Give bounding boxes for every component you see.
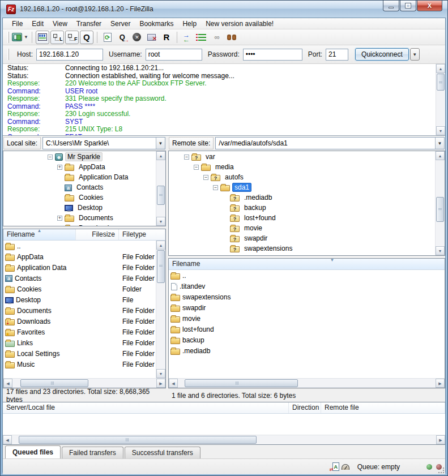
tree-item[interactable]: − media xyxy=(169,162,434,172)
tree-item[interactable]: backup xyxy=(169,203,434,213)
file-row[interactable]: AppData File Folder xyxy=(3,251,156,262)
scroll-left-icon[interactable]: ◀ xyxy=(169,379,178,388)
column-header-remote-file[interactable]: Remote file xyxy=(321,402,445,413)
maximize-button[interactable] xyxy=(400,1,416,11)
column-header-filetype[interactable]: Filetype xyxy=(119,229,165,240)
expander-icon[interactable]: + xyxy=(57,165,62,170)
file-row[interactable]: Music File Folder xyxy=(3,359,156,370)
column-header-server-local-file[interactable]: Server/Local file xyxy=(3,402,289,413)
menu-item[interactable]: File xyxy=(7,19,27,29)
file-row[interactable]: Application Data File Folder xyxy=(3,262,156,273)
cancel-button[interactable]: ✕ xyxy=(130,31,144,44)
site-manager-button[interactable]: ▼ xyxy=(12,31,28,44)
remote-list-hscrollbar[interactable]: ◀ ▶ xyxy=(169,378,445,388)
scroll-left-icon[interactable]: ◀ xyxy=(3,435,12,444)
menu-item[interactable]: Server xyxy=(106,19,135,29)
scroll-up-icon[interactable]: ▲ xyxy=(156,151,165,160)
file-row[interactable]: Cookies Folder xyxy=(3,284,156,294)
scrollbar-thumb[interactable] xyxy=(157,250,165,283)
quickbar-grip[interactable] xyxy=(7,49,9,60)
file-row[interactable]: .. xyxy=(169,270,445,281)
chevron-down-icon[interactable]: ▼ xyxy=(435,138,444,149)
process-queue-button[interactable]: Q xyxy=(116,31,129,44)
expander-icon[interactable]: + xyxy=(57,216,62,221)
tree-item[interactable]: + AppData xyxy=(3,162,155,172)
host-input[interactable] xyxy=(36,49,103,61)
scroll-right-icon[interactable]: ▶ xyxy=(436,435,445,444)
reconnect-button[interactable]: R xyxy=(160,31,173,44)
tree-item[interactable]: movie xyxy=(169,223,434,233)
username-input[interactable] xyxy=(146,49,202,61)
local-site-combo[interactable]: C:\Users\Mr Sparkle\ ▼ xyxy=(42,137,165,149)
menu-item[interactable]: Edit xyxy=(27,19,48,29)
disconnect-button[interactable] xyxy=(145,31,159,44)
file-row[interactable]: Documents File Folder xyxy=(3,305,156,316)
file-row[interactable]: movie xyxy=(169,313,445,324)
data-type-icon[interactable] xyxy=(332,462,339,471)
local-tree-scrollbar[interactable]: ▲ ▼ xyxy=(156,151,165,226)
queue-tab[interactable]: Failed transfers xyxy=(62,447,123,458)
file-row[interactable]: .. xyxy=(3,241,156,251)
local-list-scrollbar[interactable]: ▲ ▼ xyxy=(156,241,165,378)
chevron-down-icon[interactable]: ▼ xyxy=(24,35,28,40)
expander-icon[interactable]: − xyxy=(194,165,199,170)
log-scrollbar[interactable]: ▲ ▼ xyxy=(436,64,445,135)
menu-item[interactable]: Bookmarks xyxy=(135,19,178,29)
local-list-hscrollbar[interactable]: ◀ ▶ xyxy=(3,378,165,388)
menu-item[interactable]: Help xyxy=(178,19,201,29)
tree-item[interactable]: + Documents xyxy=(3,213,155,223)
quickconnect-dropdown[interactable]: ▼ xyxy=(410,48,420,61)
password-input[interactable] xyxy=(243,49,302,61)
tree-item[interactable]: Desktop xyxy=(3,203,155,213)
menu-item[interactable]: Transfer xyxy=(72,19,106,29)
expander-icon[interactable]: − xyxy=(213,185,218,190)
tree-item[interactable]: dvd xyxy=(169,254,434,255)
file-row[interactable]: Contacts File Folder xyxy=(3,273,156,284)
scroll-up-icon[interactable]: ▲ xyxy=(436,64,445,73)
tree-item[interactable]: swapextensions xyxy=(169,243,434,254)
scroll-right-icon[interactable]: ▶ xyxy=(156,379,165,388)
toggle-local-tree-button[interactable]: L xyxy=(50,31,64,44)
file-row[interactable]: Desktop File xyxy=(3,294,156,305)
tree-item[interactable]: − sda1 xyxy=(169,182,434,192)
menu-item[interactable]: New version available! xyxy=(201,19,278,29)
expander-icon[interactable]: − xyxy=(203,175,208,180)
menu-item[interactable]: View xyxy=(48,19,72,29)
tree-item[interactable]: Application Data xyxy=(3,172,155,182)
scroll-up-icon[interactable]: ▲ xyxy=(156,241,165,250)
tree-item[interactable]: − Mr Sparkle xyxy=(3,152,155,162)
minimize-button[interactable] xyxy=(383,1,399,11)
directory-listing-button[interactable] xyxy=(195,31,209,44)
scroll-down-icon[interactable]: ▼ xyxy=(436,126,445,135)
queue-hscrollbar[interactable]: ◀ ▶ xyxy=(3,435,445,444)
expander-icon[interactable]: + xyxy=(57,226,62,226)
find-files-button[interactable] xyxy=(225,31,238,44)
scrollbar-thumb[interactable] xyxy=(157,186,165,205)
toggle-queue-button[interactable]: Q xyxy=(80,31,93,44)
file-row[interactable]: swapdir xyxy=(169,302,445,313)
column-header-filesize[interactable]: Filesize xyxy=(76,229,119,240)
file-row[interactable]: .titandev xyxy=(169,281,445,291)
scroll-right-icon[interactable]: ▶ xyxy=(436,379,445,388)
scrollbar-thumb[interactable] xyxy=(437,74,445,91)
quickconnect-button[interactable]: Quickconnect xyxy=(355,48,409,61)
tree-item[interactable]: − var xyxy=(169,152,434,162)
tree-item[interactable]: Contacts xyxy=(3,182,155,192)
resize-grip[interactable] xyxy=(437,466,445,474)
tree-item[interactable]: Cookies xyxy=(3,192,155,203)
column-header-filename[interactable]: ▲ Filename xyxy=(3,229,76,240)
file-row[interactable]: .mediadb xyxy=(169,345,445,356)
remote-site-combo[interactable]: /var/media/autofs/sda1 ▼ xyxy=(215,137,445,149)
queue-tab[interactable]: Successful transfers xyxy=(125,447,200,458)
column-header-filename[interactable]: ▼ Filename xyxy=(169,259,445,269)
scroll-down-icon[interactable]: ▼ xyxy=(436,246,445,255)
speed-limit-icon[interactable] xyxy=(342,464,349,470)
scroll-down-icon[interactable]: ▼ xyxy=(156,217,165,226)
file-row[interactable]: Local Settings File Folder xyxy=(3,348,156,359)
close-button[interactable]: X xyxy=(417,1,442,11)
file-row[interactable]: Downloads File Folder xyxy=(3,316,156,327)
tree-item[interactable]: lost+found xyxy=(169,213,434,223)
file-row[interactable]: Favorites File Folder xyxy=(3,327,156,337)
tree-item[interactable]: + Downloads xyxy=(3,223,155,226)
scroll-up-icon[interactable]: ▲ xyxy=(436,151,445,160)
